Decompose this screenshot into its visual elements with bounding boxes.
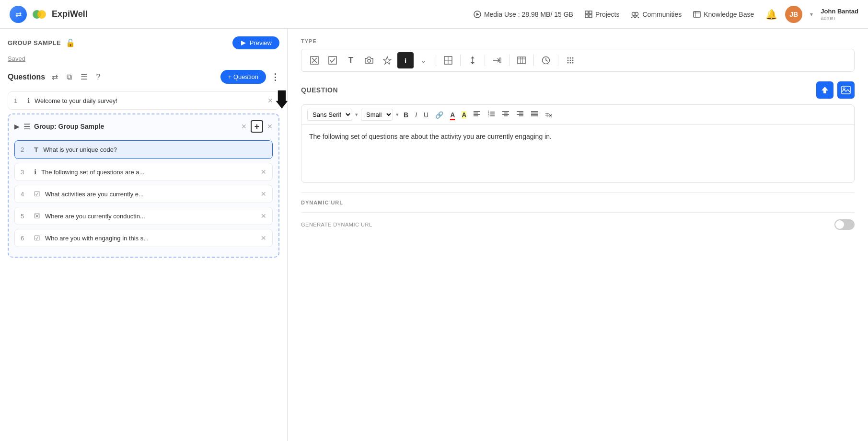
font-size-select[interactable]: Small	[361, 109, 393, 121]
right-panel: TYPE	[288, 29, 868, 441]
toolbar-divider-6	[558, 55, 558, 66]
help-icon-btn[interactable]: ?	[94, 72, 102, 82]
link-button[interactable]: 🔗	[433, 110, 445, 120]
lock-icon[interactable]: 🔓	[66, 38, 75, 47]
type-btn-link[interactable]	[489, 52, 505, 68]
upload-icon	[821, 86, 829, 94]
q-text-4: What activities are you currently e...	[45, 191, 256, 198]
type-btn-star[interactable]	[379, 52, 395, 68]
font-color-button[interactable]: A	[448, 110, 457, 120]
camera-icon	[365, 57, 373, 64]
question-item-2[interactable]: 2 T What is your unique code?	[14, 140, 273, 159]
list-icon-btn[interactable]: ☰	[79, 71, 89, 82]
underline-button[interactable]: U	[422, 110, 430, 120]
editor-content[interactable]: The following set of questions are about…	[301, 125, 854, 182]
nav-knowledge-base[interactable]: Knowledge Base	[693, 11, 754, 18]
font-family-select[interactable]: Sans Serif	[307, 109, 352, 121]
saved-label[interactable]: Saved	[8, 55, 279, 62]
star-icon	[383, 56, 392, 65]
question-item-3[interactable]: 3 ℹ The following set of questions are a…	[14, 163, 273, 181]
logo-circles	[31, 6, 48, 23]
notification-bell[interactable]: 🔔	[765, 9, 777, 20]
align-left-button[interactable]	[471, 110, 483, 120]
ordered-list-button[interactable]: 1 2 3	[486, 110, 497, 120]
align-center-button[interactable]	[500, 110, 511, 120]
left-panel: GROUP SAMPLE 🔓 Preview Saved Questions ⇄…	[0, 29, 288, 441]
preview-button[interactable]: Preview	[232, 36, 279, 49]
q-close-1[interactable]: ✕	[267, 97, 273, 104]
type-section: TYPE	[301, 38, 855, 72]
type-btn-info[interactable]: i	[397, 52, 414, 68]
knowledge-base-icon	[693, 11, 701, 18]
add-question-button[interactable]: + Question	[220, 70, 266, 84]
group-expand-button[interactable]: ▶	[14, 123, 20, 130]
user-dropdown-chevron[interactable]: ▾	[810, 11, 813, 18]
group-x-button[interactable]: ✕	[241, 123, 247, 130]
svg-rect-6	[585, 15, 588, 18]
svg-point-42	[570, 62, 571, 64]
align-right-button[interactable]	[514, 110, 526, 120]
svg-marker-20	[383, 57, 391, 64]
type-btn-height[interactable]	[464, 52, 481, 68]
type-btn-text[interactable]: T	[343, 52, 359, 68]
svg-rect-27	[499, 58, 501, 63]
generate-url-toggle[interactable]	[834, 219, 855, 230]
justify-button[interactable]	[529, 110, 540, 120]
svg-rect-5	[589, 11, 592, 14]
text-editor: Sans Serif ▾ Small ▾ B I U 🔗 A A	[301, 104, 855, 183]
svg-rect-28	[518, 57, 525, 64]
question-item-1[interactable]: 1 ℹ Welcome to your daily survey! ✕	[8, 91, 279, 110]
image-button[interactable]	[837, 81, 855, 99]
highlight-button[interactable]: A	[460, 110, 468, 120]
type-btn-clock[interactable]	[538, 52, 554, 68]
q-close-6[interactable]: ✕	[261, 234, 266, 242]
svg-marker-26	[471, 62, 475, 64]
q-close-3[interactable]: ✕	[261, 168, 266, 176]
dynamic-url-header: DYNAMIC URL	[301, 196, 855, 209]
shuffle-icon-btn[interactable]: ⇄	[50, 71, 60, 82]
question-item-6[interactable]: 6 ☑ Who are you with engaging in this s.…	[14, 229, 273, 247]
group-add-button[interactable]: +	[251, 120, 263, 133]
bold-button[interactable]: B	[402, 110, 410, 120]
svg-point-1	[37, 10, 46, 19]
type-btn-table[interactable]	[513, 52, 530, 68]
type-btn-check[interactable]	[324, 52, 341, 68]
nav-projects[interactable]: Projects	[585, 11, 620, 18]
q-text-3: The following set of questions are a...	[41, 169, 256, 176]
nav-media-use[interactable]: Media Use : 28.98 MB/ 15 GB	[474, 11, 573, 18]
logo-icon: ⇄	[10, 6, 27, 23]
type-btn-camera[interactable]	[361, 52, 377, 68]
drag-indicator	[275, 90, 289, 111]
type-btn-grid[interactable]	[440, 52, 456, 68]
question-item-4[interactable]: 4 ☑ What activities are you currently e.…	[14, 185, 273, 203]
type-btn-x[interactable]	[306, 52, 323, 68]
svg-marker-25	[471, 57, 475, 58]
type-btn-dots[interactable]	[562, 52, 579, 68]
upload-button[interactable]	[816, 81, 833, 99]
group-close-button[interactable]: ✕	[267, 123, 273, 130]
q-close-4[interactable]: ✕	[261, 190, 266, 198]
svg-marker-44	[822, 87, 828, 93]
q-icon-xbox-5: ☒	[34, 212, 40, 220]
copy-icon-btn[interactable]: ⧉	[65, 72, 74, 82]
italic-button[interactable]: I	[413, 110, 419, 120]
question-section-label: QUESTION	[301, 86, 338, 94]
group-name: Group: Group Sample	[34, 123, 237, 130]
toolbar-divider-2	[460, 55, 461, 66]
svg-marker-3	[476, 13, 479, 16]
svg-marker-13	[241, 41, 246, 45]
ordered-list-icon: 1 2 3	[487, 111, 495, 117]
media-icon	[474, 11, 481, 18]
question-item-5[interactable]: 5 ☒ Where are you currently conductin...…	[14, 207, 273, 225]
user-info: John Bantad admin	[821, 8, 858, 21]
q-icon-check-6: ☑	[34, 234, 40, 242]
type-btn-dropdown[interactable]: ⌄	[416, 52, 432, 68]
type-toolbar: T i	[301, 49, 855, 72]
svg-line-34	[546, 60, 548, 61]
nav-communities[interactable]: Communities	[631, 11, 682, 18]
preview-icon	[240, 40, 247, 46]
q-close-5[interactable]: ✕	[261, 212, 266, 220]
clear-format-button[interactable]: Tx	[543, 110, 554, 120]
communities-icon	[631, 11, 639, 18]
more-options-button[interactable]: ⋮	[271, 72, 279, 82]
